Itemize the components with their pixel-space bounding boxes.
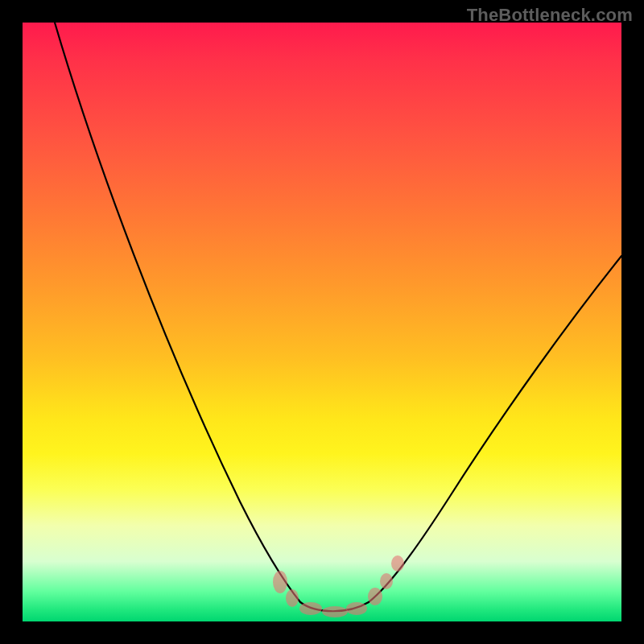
chart-frame: TheBottleneck.com	[0, 0, 644, 644]
right-curve	[369, 256, 621, 602]
valley-highlight-dots	[273, 555, 404, 617]
left-curve	[55, 23, 300, 602]
svg-point-0	[273, 571, 287, 593]
svg-point-3	[322, 606, 348, 617]
svg-point-4	[346, 602, 367, 615]
svg-point-7	[391, 555, 404, 572]
svg-point-1	[286, 589, 299, 607]
curve-layer	[23, 23, 621, 621]
svg-point-2	[299, 602, 322, 615]
svg-point-6	[380, 573, 393, 589]
plot-area	[23, 23, 621, 621]
svg-point-5	[368, 588, 382, 605]
